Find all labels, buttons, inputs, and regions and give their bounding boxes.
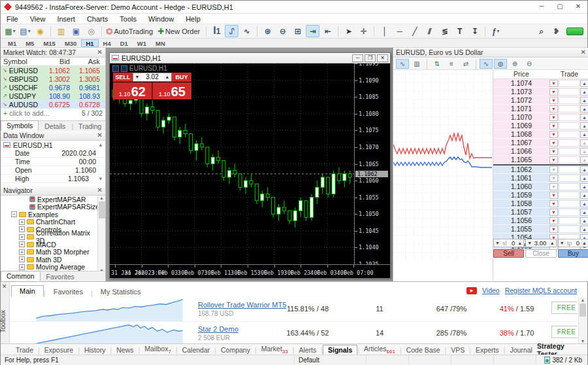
close-icon[interactable]: ✕ — [569, 1, 587, 13]
timeframe-m5[interactable]: M5 — [21, 39, 39, 47]
sell-chevron-icon[interactable]: ▼ — [549, 88, 558, 96]
new-order-button[interactable]: ✚New Order — [157, 25, 203, 37]
dom-book-icon[interactable]: ▥ — [410, 59, 423, 69]
signal-name-link[interactable]: Star 2 Demo — [198, 325, 238, 333]
market-watch-row[interactable]: ↗USDJPY108.90108.93 — [1, 92, 105, 100]
timeframe-w1[interactable]: W1 — [133, 39, 151, 47]
dom-chart-mode-icon[interactable]: ∿ — [396, 59, 409, 69]
timeframe-d1[interactable]: D1 — [116, 39, 133, 47]
ladder-volume-cell[interactable] — [559, 139, 580, 147]
line-chart-button[interactable]: ∿ — [240, 25, 253, 37]
close-icon[interactable]: ✕ — [97, 132, 103, 139]
timeframe-h1[interactable]: H1 — [81, 39, 98, 47]
ladder-volume-cell[interactable] — [559, 131, 580, 138]
buy-chevron-icon[interactable]: ▲ — [580, 88, 588, 96]
buy-button[interactable]: BUY — [172, 73, 191, 82]
ladder-volume-cell[interactable] — [559, 192, 580, 199]
tab-mailbox[interactable]: Mailbox7 — [140, 344, 176, 355]
col-bid[interactable]: Bid — [42, 58, 73, 65]
navigator-scrollbar[interactable]: ▲ ▼ — [97, 196, 105, 273]
chart-restore-icon[interactable]: ❐ — [365, 54, 376, 62]
sell-chevron-icon[interactable]: ▼ — [549, 156, 558, 164]
navigator-item[interactable]: ExpertMAPSARSizeOptim — [1, 203, 97, 211]
buy-chevron-icon[interactable]: ▲ — [580, 97, 588, 104]
sell-button[interactable]: SELL — [113, 73, 133, 82]
expand-icon[interactable]: + — [19, 264, 25, 270]
market-watch-row[interactable]: ↗USDCHF0.96780.9681 — [1, 83, 105, 92]
tab-company[interactable]: Company — [216, 345, 255, 355]
sell-chevron-icon[interactable]: ▼ — [549, 200, 558, 207]
indicators-button[interactable]: ƒ▾ — [489, 25, 502, 37]
buy-chevron-icon[interactable]: ▲ — [580, 175, 588, 182]
sell-chevron-icon[interactable]: ▼ — [549, 226, 558, 233]
scroll-up-icon[interactable]: ▲ — [99, 196, 104, 200]
tab-journal[interactable]: Journal — [505, 345, 536, 355]
sell-chevron-icon[interactable]: ▼ — [549, 80, 558, 87]
signals-service-button[interactable]: ◎ — [84, 25, 98, 37]
video-link[interactable]: Video — [482, 287, 500, 294]
dom-tick-chart-icon[interactable]: ∿ — [480, 59, 493, 69]
tab-experts[interactable]: Experts — [471, 345, 504, 355]
arrow-object-button[interactable]: ↧ — [468, 25, 482, 37]
buy-chevron-icon[interactable]: ▲ — [580, 200, 588, 207]
timeframe-m15[interactable]: M15 — [39, 39, 59, 47]
tab-symbols[interactable]: Symbols — [1, 120, 39, 131]
tick-chart[interactable] — [393, 70, 493, 260]
chat-icon[interactable]: ❥ — [549, 25, 563, 37]
navigator-item[interactable]: +Moving Average — [1, 264, 97, 271]
sell-chevron-icon[interactable]: ▼ — [549, 217, 558, 224]
trendline-button[interactable]: ╱ — [408, 25, 421, 37]
menu-help[interactable]: Help — [180, 15, 206, 23]
buy-chevron-icon[interactable]: ▲ — [580, 122, 588, 130]
status-profile[interactable]: Default — [295, 355, 367, 365]
scroll-down-icon[interactable]: ▼ — [98, 176, 105, 182]
stop-loss-stepper[interactable]: ▼ sl 0 ▲ — [493, 239, 524, 247]
timeframe-mn[interactable]: MN — [151, 39, 170, 47]
buy-chevron-icon[interactable]: ▲ — [580, 166, 588, 173]
buy-chevron-icon[interactable]: ▲ — [580, 209, 588, 216]
dom-zoom-in-icon[interactable]: ⊕ — [508, 59, 521, 69]
ladder-volume-cell[interactable] — [559, 217, 580, 224]
market-watch-button[interactable]: ▥ — [54, 25, 68, 37]
ladder-volume-cell[interactable] — [559, 80, 580, 87]
dom-ladder-icon[interactable]: ≡ — [445, 59, 458, 69]
signal-row[interactable]: Rollover Trade Warrior MT5168.78 USD115.… — [10, 298, 578, 322]
sl-up-icon[interactable]: ▲ — [516, 239, 523, 247]
timeframe-m1[interactable]: M1 — [3, 39, 21, 47]
tab-code-base[interactable]: Code Base — [402, 345, 445, 355]
dom-transfer-icon[interactable]: ⇄ — [459, 59, 472, 69]
expand-icon[interactable]: + — [19, 241, 25, 247]
dom-zoom-out-icon[interactable]: ⊖ — [523, 59, 536, 69]
navigator-button[interactable]: ▣ — [69, 25, 83, 37]
new-chart-button[interactable]: ▦▾ — [3, 25, 17, 37]
ladder-volume-cell[interactable] — [559, 175, 580, 182]
close-icon[interactable]: ✕ — [97, 49, 103, 56]
scroll-down-icon[interactable]: ▼ — [581, 339, 585, 343]
ladder-volume-cell[interactable] — [559, 97, 580, 104]
ladder-volume-cell[interactable] — [559, 122, 580, 130]
tab-details[interactable]: Details — [39, 122, 71, 131]
buy-chevron-icon[interactable]: ▲ — [580, 148, 588, 155]
expand-icon[interactable]: + — [19, 219, 25, 225]
free-button[interactable]: FREE — [551, 326, 578, 338]
buy-chevron-icon[interactable]: ▲ — [580, 105, 588, 113]
buy-chevron-icon[interactable]: ▲ — [580, 183, 588, 190]
scroll-up-icon[interactable]: ▲ — [581, 298, 585, 302]
volume-input[interactable]: 3.02 — [141, 73, 163, 81]
navigator-item[interactable]: +Correlation Matrix 3D — [1, 234, 97, 241]
chart-shift-button[interactable]: ⇤ — [321, 25, 335, 37]
buy-chevron-icon[interactable]: ▲ — [580, 131, 588, 138]
tab-my-statistics[interactable]: My Statistics — [93, 287, 149, 297]
profiles-button[interactable]: ▤▾ — [18, 25, 32, 37]
cursor-button[interactable]: ➤ — [342, 25, 355, 37]
tab-news[interactable]: News — [112, 345, 138, 355]
volume-down-icon[interactable]: ▼ — [133, 73, 141, 81]
chart-close-icon[interactable]: ✕ — [377, 54, 388, 62]
sell-chevron-icon[interactable]: ▼ — [549, 183, 558, 190]
sell-chevron-icon[interactable]: ▼ — [549, 131, 558, 138]
price-axis[interactable]: 1.10951.10901.10851.10801.10751.10701.10… — [354, 63, 390, 264]
tab-market[interactable]: Market33 — [257, 344, 293, 355]
ladder-volume-cell[interactable] — [559, 114, 580, 121]
close-icon[interactable]: ✕ — [581, 49, 586, 56]
navigator-item[interactable]: +Math 3D Morpher — [1, 249, 97, 256]
